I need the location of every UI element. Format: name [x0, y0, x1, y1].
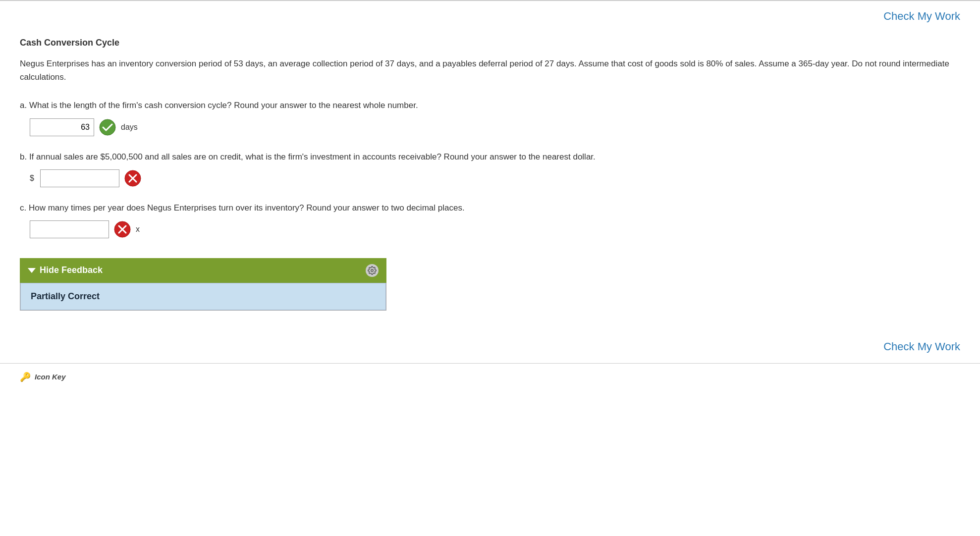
question-c-input[interactable]	[30, 220, 109, 238]
svg-point-7	[371, 269, 374, 272]
question-c-incorrect-icon	[114, 221, 131, 238]
key-icon: 🔑	[20, 372, 31, 382]
main-content: Cash Conversion Cycle Negus Enterprises …	[0, 23, 980, 311]
question-b-block: b. If annual sales are $5,000,500 and al…	[20, 150, 960, 187]
partially-correct-banner: Partially Correct	[20, 283, 386, 310]
bottom-bar: Check My Work	[0, 340, 980, 363]
feedback-header-label: Hide Feedback	[40, 265, 103, 275]
question-b-label: b. If annual sales are $5,000,500 and al…	[20, 150, 960, 163]
question-b-input[interactable]	[40, 169, 119, 187]
question-a-correct-icon	[99, 119, 116, 136]
question-a-answer-row: days	[30, 118, 960, 136]
check-my-work-bottom[interactable]: Check My Work	[883, 340, 960, 353]
problem-text: Negus Enterprises has an inventory conve…	[20, 57, 951, 84]
question-a-unit: days	[121, 123, 138, 132]
feedback-header-left: Hide Feedback	[28, 265, 103, 275]
question-b-dollar: $	[30, 174, 34, 183]
question-c-answer-row: x	[30, 220, 960, 238]
section-title: Cash Conversion Cycle	[20, 38, 960, 48]
feedback-gear-icon	[366, 264, 379, 277]
question-c-label: c. How many times per year does Negus En…	[20, 201, 960, 214]
question-b-incorrect-icon	[124, 170, 141, 187]
feedback-section: Hide Feedback Partially Correct	[20, 258, 386, 311]
question-a-input[interactable]	[30, 118, 94, 136]
question-c-block: c. How many times per year does Negus En…	[20, 201, 960, 238]
question-c-unit: x	[136, 225, 140, 234]
feedback-header[interactable]: Hide Feedback	[20, 258, 386, 283]
triangle-down-icon	[28, 268, 36, 273]
feedback-body: Partially Correct	[20, 283, 386, 311]
icon-key-label: Icon Key	[35, 373, 66, 381]
question-a-label: a. What is the length of the firm's cash…	[20, 99, 960, 112]
question-a-block: a. What is the length of the firm's cash…	[20, 99, 960, 136]
svg-point-0	[100, 119, 115, 135]
question-b-answer-row: $	[30, 169, 960, 187]
check-my-work-top[interactable]: Check My Work	[883, 10, 960, 23]
icon-key-bar: 🔑 Icon Key	[0, 363, 980, 390]
top-bar: Check My Work	[0, 0, 980, 23]
